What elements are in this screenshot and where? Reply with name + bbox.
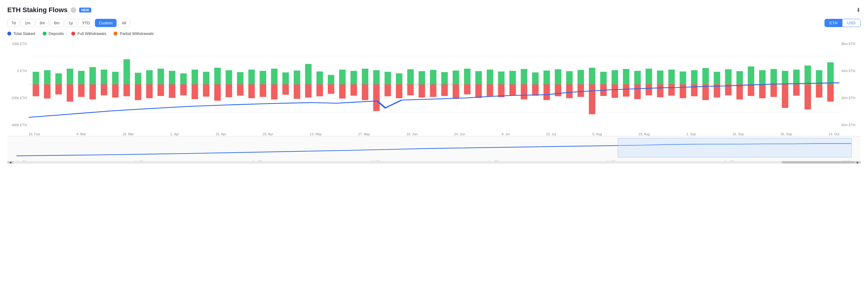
svg-rect-31 <box>339 70 345 84</box>
x-axis: 19. Feb 4. Mar 18. Mar 1. Apr 15. Apr 29… <box>29 132 839 136</box>
svg-rect-28 <box>305 64 311 84</box>
svg-rect-107 <box>396 84 402 98</box>
svg-rect-116 <box>498 84 504 97</box>
svg-rect-141 <box>782 84 788 108</box>
svg-rect-126 <box>612 84 618 98</box>
svg-rect-120 <box>544 84 550 100</box>
svg-rect-115 <box>487 84 493 96</box>
svg-rect-54 <box>600 72 607 84</box>
svg-rect-29 <box>316 71 323 84</box>
controls-row: 7d1m3m6m1yYTDCustomAll ETHUSD <box>7 19 861 27</box>
svg-rect-130 <box>657 84 663 97</box>
legend-label: Deposits <box>49 31 64 36</box>
svg-rect-138 <box>748 84 754 96</box>
svg-rect-84 <box>135 84 141 100</box>
svg-rect-68 <box>759 70 766 84</box>
svg-rect-14 <box>146 70 153 84</box>
svg-rect-20 <box>214 68 221 84</box>
new-badge: NEW <box>79 8 91 12</box>
svg-rect-131 <box>668 84 675 96</box>
svg-rect-90 <box>203 84 209 97</box>
svg-rect-121 <box>555 84 561 96</box>
time-btn-7d[interactable]: 7d <box>7 19 20 27</box>
y-label-bot-left: -400k ETH <box>11 123 27 127</box>
scroll-thumb[interactable] <box>781 161 855 164</box>
legend-dot <box>42 32 46 36</box>
svg-rect-113 <box>464 84 470 95</box>
legend-dot <box>71 32 75 36</box>
legend-item-total-staked: Total Staked <box>7 31 35 36</box>
svg-rect-23 <box>248 70 255 84</box>
svg-rect-53 <box>589 68 595 84</box>
legend-item-partial-withdrawals: Partial Withdrawals <box>114 31 153 36</box>
y-label-mid-left: 0 ETH <box>17 69 27 73</box>
legend-item-full-withdrawals: Full Withdrawals <box>71 31 106 36</box>
svg-rect-106 <box>384 84 391 96</box>
download-button[interactable]: ⬇ <box>856 7 861 13</box>
time-btn-1m[interactable]: 1m <box>21 19 34 27</box>
svg-rect-89 <box>191 84 198 99</box>
svg-rect-75 <box>33 84 39 96</box>
svg-rect-105 <box>373 84 379 111</box>
y-label-lower-right: 32m ETH <box>841 96 855 100</box>
svg-rect-73 <box>816 70 823 84</box>
svg-rect-59 <box>657 71 663 84</box>
svg-rect-69 <box>771 69 777 84</box>
y-label-lower-left: -200k ETH <box>11 96 27 100</box>
time-btn-3m[interactable]: 3m <box>36 19 49 27</box>
time-btn-custom[interactable]: Custom <box>95 19 117 27</box>
chart-legend: Total StakedDepositsFull WithdrawalsPart… <box>7 31 861 36</box>
svg-rect-99 <box>305 84 311 98</box>
svg-rect-9 <box>90 67 96 84</box>
svg-rect-6 <box>55 73 62 84</box>
svg-rect-47 <box>521 69 527 84</box>
time-btn-ytd[interactable]: YTD <box>78 19 94 27</box>
help-icon[interactable]: ? <box>71 7 76 13</box>
svg-rect-136 <box>725 84 731 96</box>
mini-chart-selection[interactable] <box>618 138 851 157</box>
svg-rect-101 <box>328 84 334 94</box>
scroll-right-arrow[interactable]: ▶ <box>855 161 861 164</box>
svg-rect-49 <box>544 71 550 84</box>
svg-rect-78 <box>67 84 73 102</box>
svg-rect-50 <box>555 69 561 84</box>
svg-rect-122 <box>566 84 572 98</box>
svg-rect-58 <box>646 69 652 84</box>
svg-rect-24 <box>259 71 266 84</box>
svg-rect-65 <box>725 69 731 84</box>
svg-rect-108 <box>407 84 413 96</box>
legend-label: Partial Withdrawals <box>120 31 153 36</box>
svg-rect-145 <box>827 84 834 102</box>
svg-rect-35 <box>384 72 391 84</box>
time-btn-1y[interactable]: 1y <box>65 19 77 27</box>
svg-rect-64 <box>714 72 720 84</box>
currency-btn-usd[interactable]: USD <box>842 19 860 27</box>
time-btn-6m[interactable]: 6m <box>50 19 64 27</box>
svg-rect-77 <box>55 84 62 95</box>
svg-rect-119 <box>532 84 538 96</box>
svg-rect-42 <box>464 69 470 84</box>
svg-rect-39 <box>430 70 436 84</box>
svg-rect-93 <box>237 84 244 96</box>
svg-rect-52 <box>578 70 584 84</box>
svg-rect-55 <box>612 70 618 84</box>
y-axis-right: 36m ETH 34m ETH 32m ETH 30m ETH <box>840 42 861 127</box>
svg-rect-88 <box>180 84 187 96</box>
svg-rect-60 <box>668 70 675 84</box>
scroll-left-arrow[interactable]: ◀ <box>7 161 13 164</box>
svg-rect-40 <box>441 72 448 84</box>
time-btn-all[interactable]: All <box>118 19 130 27</box>
svg-rect-22 <box>237 72 244 84</box>
svg-rect-21 <box>225 70 232 84</box>
main-container: ETH Staking Flows ? NEW ⬇ 7d1m3m6m1yYTDC… <box>0 0 868 170</box>
svg-rect-96 <box>271 84 278 100</box>
svg-rect-109 <box>418 84 425 98</box>
svg-rect-62 <box>691 70 697 84</box>
currency-toggle: ETHUSD <box>825 19 861 27</box>
svg-rect-30 <box>328 75 334 84</box>
svg-rect-102 <box>339 84 345 99</box>
svg-rect-128 <box>634 84 641 99</box>
svg-rect-123 <box>578 84 584 97</box>
legend-dot <box>114 32 118 36</box>
currency-btn-eth[interactable]: ETH <box>825 19 842 27</box>
